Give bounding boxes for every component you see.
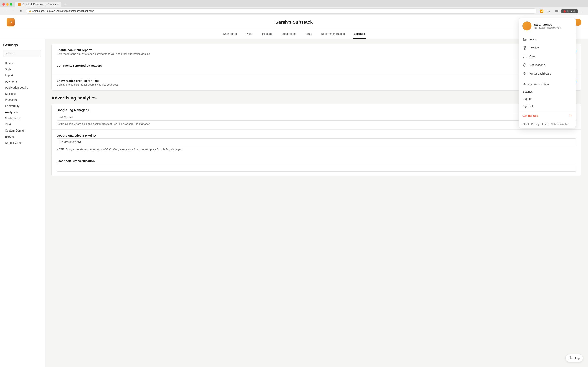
get-app-label: Get the app: [522, 114, 538, 117]
dropdown-chat[interactable]: Chat: [519, 52, 576, 61]
footer-about[interactable]: About: [522, 123, 529, 125]
sidebar-search-input[interactable]: [3, 50, 42, 57]
tab-favicon: [18, 3, 21, 6]
dropdown-explore[interactable]: Explore: [519, 44, 576, 52]
sidebar-item-publication-details[interactable]: Publication details: [3, 85, 42, 91]
nav-dashboard[interactable]: Dashboard: [222, 29, 238, 39]
cast-icon[interactable]: 📶: [539, 8, 545, 14]
reload-btn[interactable]: ↻: [18, 8, 24, 14]
nav-settings[interactable]: Settings: [353, 29, 366, 39]
help-label: Help: [574, 357, 580, 360]
bell-icon: [522, 63, 527, 67]
sidebar: Settings Basics Style Import Payments Pu…: [0, 39, 45, 367]
close-window-btn[interactable]: [2, 3, 5, 6]
sidebar-item-basics[interactable]: Basics: [3, 60, 42, 66]
sidebar-item-podcasts[interactable]: Podcasts: [3, 97, 42, 103]
footer-privacy[interactable]: Privacy: [531, 123, 539, 125]
sidebar-item-danger-zone[interactable]: Danger Zone: [3, 140, 42, 146]
sidebar-item-community[interactable]: Community: [3, 103, 42, 109]
bookmark-btn[interactable]: ★: [546, 8, 552, 14]
dropdown-primary-section: Inbox Explore Chat Notifications Writer …: [519, 34, 576, 79]
browser-tab[interactable]: Substack Dashboard - Sarah's ×: [15, 2, 61, 7]
enable-comment-reports-label: Enable comment reports: [57, 48, 150, 52]
back-btn[interactable]: ←: [2, 8, 8, 14]
content-area: Enable comment reports Give readers the …: [45, 39, 588, 367]
dropdown-user-info: Sarah Jonas f6b7502d@moodjoy.com: [519, 18, 576, 34]
gtm-input[interactable]: [57, 113, 576, 121]
sidebar-item-custom-domain[interactable]: Custom Domain: [3, 127, 42, 133]
dropdown-support[interactable]: Support: [519, 95, 576, 103]
dropdown-settings[interactable]: Settings: [519, 88, 576, 95]
analytics-settings-card: Google Tag Manager ID Set up Google Anal…: [52, 104, 581, 176]
svg-rect-2: [523, 72, 524, 73]
footer-terms[interactable]: Terms: [542, 123, 549, 125]
window-controls: [2, 3, 12, 6]
dropdown-notifications[interactable]: Notifications: [519, 61, 576, 69]
nav-recommendations[interactable]: Recommendations: [320, 29, 346, 39]
svg-marker-1: [524, 47, 525, 49]
dropdown-chat-label: Chat: [529, 55, 536, 58]
ga3-note-text: Google has started deprecation of GA3. G…: [65, 148, 182, 151]
analytics-section-title: Advertising analytics: [52, 95, 581, 101]
ga3-note: NOTE: Google has started deprecation of …: [57, 148, 576, 151]
browser-menu-btn[interactable]: ⋮: [580, 8, 586, 14]
url-text: sarahjonas1.substack.com/publish/setting…: [33, 9, 94, 12]
incognito-label: Incognito: [567, 10, 576, 12]
inbox-icon: [522, 37, 527, 42]
help-icon: ⓘ: [569, 356, 572, 360]
address-bar[interactable]: 🔒 sarahjonas1.substack.com/publish/setti…: [26, 8, 537, 14]
dropdown-footer: About Privacy Terms Collection notice: [519, 120, 576, 128]
footer-collection-notice[interactable]: Collection notice: [551, 123, 569, 125]
sidebar-item-notifications[interactable]: Notifications: [3, 115, 42, 121]
nav-posts[interactable]: Posts: [245, 29, 254, 39]
dropdown-sign-out[interactable]: Sign out: [519, 103, 576, 110]
nav-podcast[interactable]: Podcast: [261, 29, 273, 39]
nav-stats[interactable]: Stats: [305, 29, 313, 39]
incognito-badge: 🩸 Incognito: [561, 9, 578, 13]
dropdown-inbox[interactable]: Inbox: [519, 35, 576, 44]
nav-subscribers[interactable]: Subscribers: [281, 29, 297, 39]
lock-icon: 🔒: [29, 10, 31, 12]
enable-comment-reports-desc: Give readers the ability to report comme…: [57, 52, 150, 55]
ga3-note-prefix: NOTE:: [57, 148, 65, 151]
sidebar-item-exports[interactable]: Exports: [3, 133, 42, 140]
comments-reported-row: Comments reported by readers Manage comm…: [52, 60, 581, 75]
tab-title: Substack Dashboard - Sarah's: [22, 3, 56, 6]
sidebar-item-chat[interactable]: Chat: [3, 121, 42, 127]
tab-close-btn[interactable]: ×: [57, 3, 58, 6]
dropdown-notifications-label: Notifications: [529, 63, 545, 67]
dashboard-icon: [522, 71, 527, 76]
dropdown-user-name: Sarah Jonas: [534, 23, 561, 26]
sidebar-item-analytics[interactable]: Analytics: [3, 109, 42, 115]
site-logo[interactable]: S: [7, 18, 15, 26]
sidebar-item-import[interactable]: Import: [3, 72, 42, 78]
ga3-label: Google Analytics 3 pixel ID: [57, 134, 96, 137]
extension-btn[interactable]: ◫: [553, 8, 559, 14]
sidebar-item-payments[interactable]: Payments: [3, 78, 42, 85]
app-header: S Sarah's Substack 🔔 ☰ Dashboard Posts P…: [0, 15, 588, 39]
forward-btn[interactable]: →: [10, 8, 16, 14]
fb-input[interactable]: [57, 164, 576, 172]
new-tab-btn[interactable]: +: [62, 2, 68, 7]
dropdown-writer-dashboard[interactable]: Writer dashboard: [519, 69, 576, 78]
chat-icon: [522, 54, 527, 59]
ga3-input[interactable]: [57, 138, 576, 146]
help-button[interactable]: ⓘ Help: [565, 354, 583, 362]
browser-chrome: Substack Dashboard - Sarah's × + ← → ↻ 🔒…: [0, 0, 588, 15]
dropdown-get-app[interactable]: Get the app ⚐: [519, 111, 576, 120]
dropdown-avatar: [522, 21, 531, 30]
comments-reported-label: Comments reported by readers: [57, 64, 102, 67]
site-title: Sarah's Substack: [276, 20, 313, 25]
svg-rect-3: [525, 72, 526, 73]
fb-label: Facebook Site Verification: [57, 159, 95, 163]
sidebar-item-style[interactable]: Style: [3, 66, 42, 72]
dropdown-manage-subscription[interactable]: Manage subscription: [519, 81, 576, 88]
show-reader-profiles-label: Show reader profiles for likes: [57, 79, 118, 82]
sidebar-item-sections[interactable]: Sections: [3, 91, 42, 97]
show-reader-profiles-row: Show reader profiles for likes Display p…: [52, 75, 581, 90]
get-app-icon: ⚐: [569, 114, 572, 118]
ga3-field-row: Google Analytics 3 pixel ID NOTE: Google…: [52, 130, 581, 155]
maximize-window-btn[interactable]: [10, 3, 12, 6]
minimize-window-btn[interactable]: [6, 3, 9, 6]
gtm-desc: Set up Google Analytics 4 and ecommerce …: [57, 122, 576, 125]
